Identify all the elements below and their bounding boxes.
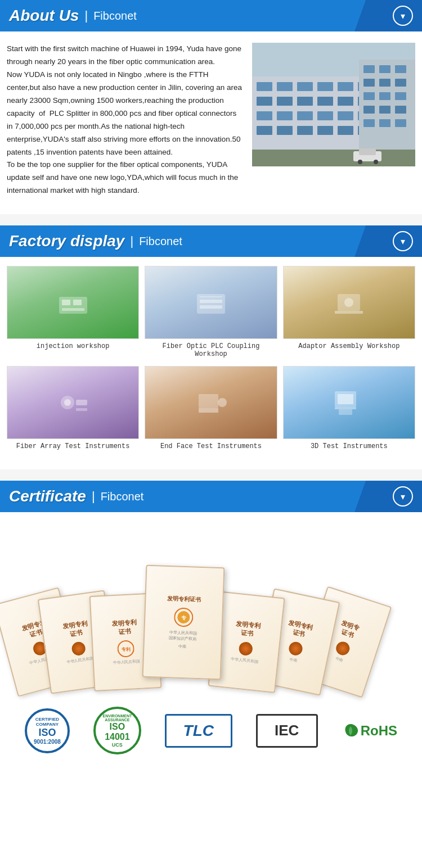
svg-rect-18 bbox=[317, 111, 333, 120]
svg-rect-31 bbox=[363, 79, 375, 87]
svg-rect-63 bbox=[199, 394, 218, 408]
svg-rect-40 bbox=[363, 119, 375, 127]
about-separator: | bbox=[84, 8, 88, 23]
certificate-card-center: 发明专利证书 专 中华人民共和国国家知识产权局 中南 bbox=[142, 565, 225, 680]
svg-rect-67 bbox=[338, 394, 353, 404]
iso-text: ISO bbox=[38, 727, 56, 739]
factory-item-3: Adaptor Assembly Workshop bbox=[283, 266, 415, 358]
svg-rect-16 bbox=[277, 111, 293, 120]
workshop-caption-4: Fiber Array Test Instruments bbox=[7, 442, 139, 450]
iso-9001-badge: CERTIFIEDCOMPANY ISO 9001:2008 bbox=[25, 708, 70, 753]
rohs-logo: RoHS bbox=[342, 722, 397, 740]
svg-rect-42 bbox=[395, 119, 406, 127]
workshop6-icon bbox=[332, 386, 366, 419]
svg-rect-58 bbox=[335, 311, 363, 314]
svg-rect-69 bbox=[339, 409, 352, 415]
svg-rect-54 bbox=[200, 300, 222, 303]
svg-rect-41 bbox=[379, 119, 390, 127]
svg-rect-39 bbox=[395, 106, 406, 114]
workshop-image-6 bbox=[283, 366, 415, 439]
svg-rect-15 bbox=[257, 111, 272, 120]
svg-rect-49 bbox=[62, 300, 70, 305]
workshop2-icon bbox=[194, 286, 228, 319]
svg-rect-9 bbox=[257, 97, 272, 106]
svg-rect-37 bbox=[363, 106, 375, 114]
svg-rect-61 bbox=[76, 400, 87, 405]
rohs-text: RoHS bbox=[361, 723, 397, 739]
tlc-badge: TLC bbox=[165, 714, 232, 748]
cert-title-6: 发明专利证书 bbox=[286, 619, 313, 640]
svg-rect-62 bbox=[76, 408, 87, 411]
svg-rect-35 bbox=[379, 92, 390, 100]
tlc-text: TLC bbox=[183, 722, 214, 740]
iso-14001-circle: ENVIRONMENTASSURANCE ISO14001 UCS bbox=[93, 707, 141, 754]
workshop-caption-6: 3D Test Instruments bbox=[283, 442, 415, 450]
svg-rect-43 bbox=[252, 150, 415, 166]
svg-rect-33 bbox=[395, 79, 406, 87]
workshop-caption-5: End Face Test Instruments bbox=[145, 442, 277, 450]
cert-center-title: 发明专利证书 bbox=[167, 595, 201, 604]
about-chevron-button[interactable]: ▾ bbox=[393, 6, 413, 26]
svg-point-57 bbox=[344, 298, 353, 307]
iso-year-text: 9001:2008 bbox=[34, 739, 61, 745]
svg-rect-22 bbox=[277, 126, 293, 135]
svg-rect-38 bbox=[379, 106, 390, 114]
iec-badge: IEC bbox=[256, 714, 318, 748]
svg-rect-50 bbox=[73, 300, 82, 305]
factory-chevron-button[interactable]: ▾ bbox=[393, 231, 413, 251]
svg-rect-30 bbox=[395, 65, 406, 73]
svg-rect-28 bbox=[363, 65, 375, 73]
cert-title-7: 发明专证书 bbox=[338, 619, 361, 641]
factory-row-1: injection workshop Fiber Optic PLC Coupl… bbox=[7, 266, 415, 358]
factory-header: Factory display | Fibconet ▾ bbox=[0, 225, 422, 257]
svg-rect-29 bbox=[379, 65, 390, 73]
svg-rect-51 bbox=[62, 308, 84, 311]
workshop-image-4 bbox=[7, 366, 139, 439]
chevron-down-icon: ▾ bbox=[401, 11, 405, 21]
svg-rect-64 bbox=[199, 408, 218, 413]
certificate-chevron-button[interactable]: ▾ bbox=[393, 486, 413, 507]
svg-rect-23 bbox=[297, 126, 313, 135]
chevron-down-icon: ▾ bbox=[401, 236, 405, 247]
iec-text: IEC bbox=[275, 722, 299, 739]
svg-rect-19 bbox=[338, 111, 353, 120]
factory-brand: Fibconet bbox=[139, 235, 182, 248]
workshop-caption-3: Adaptor Assembly Workshop bbox=[283, 342, 415, 350]
workshop-caption-2: Fiber Optic PLC Coupling Workshop bbox=[145, 342, 277, 358]
factory-item-4: Fiber Array Test Instruments bbox=[7, 366, 139, 450]
workshop-image-2 bbox=[145, 266, 277, 339]
iso-14001-badge: ENVIRONMENTASSURANCE ISO14001 UCS bbox=[93, 707, 141, 754]
svg-rect-24 bbox=[317, 126, 333, 135]
cert-title-3: 发明专利证书 bbox=[112, 618, 138, 636]
factory-item-6: 3D Test Instruments bbox=[283, 366, 415, 450]
svg-rect-21 bbox=[257, 126, 272, 135]
rohs-leaf-icon bbox=[342, 722, 360, 740]
workshop-caption-1: injection workshop bbox=[7, 342, 139, 350]
about-title: About Us bbox=[9, 7, 79, 25]
svg-rect-13 bbox=[338, 97, 353, 106]
certificate-brand: Fibconet bbox=[101, 490, 144, 503]
tlc-logo: TLC bbox=[165, 714, 232, 748]
certificate-title: Certificate bbox=[9, 487, 86, 505]
divider-1 bbox=[0, 214, 422, 225]
workshop-image-3 bbox=[283, 266, 415, 339]
svg-point-46 bbox=[358, 160, 362, 164]
svg-rect-55 bbox=[200, 305, 222, 309]
svg-rect-36 bbox=[395, 92, 406, 100]
workshop-image-1 bbox=[7, 266, 139, 339]
workshop4-icon bbox=[56, 386, 90, 419]
svg-rect-34 bbox=[363, 92, 375, 100]
cert-title-5: 发明专利证书 bbox=[235, 620, 261, 639]
about-content: Start with the first switch machine of H… bbox=[0, 31, 422, 214]
cert-title-2: 发明专利证书 bbox=[62, 620, 89, 640]
iso14001-text: ISO14001 bbox=[105, 722, 130, 742]
cert-logo-icon: 专利 bbox=[117, 640, 135, 658]
iso-9001-circle: CERTIFIEDCOMPANY ISO 9001:2008 bbox=[25, 708, 70, 753]
factory-title: Factory display bbox=[9, 232, 124, 250]
rohs-badge: RoHS bbox=[342, 722, 397, 740]
certificate-separator: | bbox=[92, 489, 95, 504]
workshop-image-5 bbox=[145, 366, 277, 439]
divider-2 bbox=[0, 469, 422, 481]
svg-rect-68 bbox=[335, 407, 356, 409]
factory-item-5: End Face Test Instruments bbox=[145, 366, 277, 450]
